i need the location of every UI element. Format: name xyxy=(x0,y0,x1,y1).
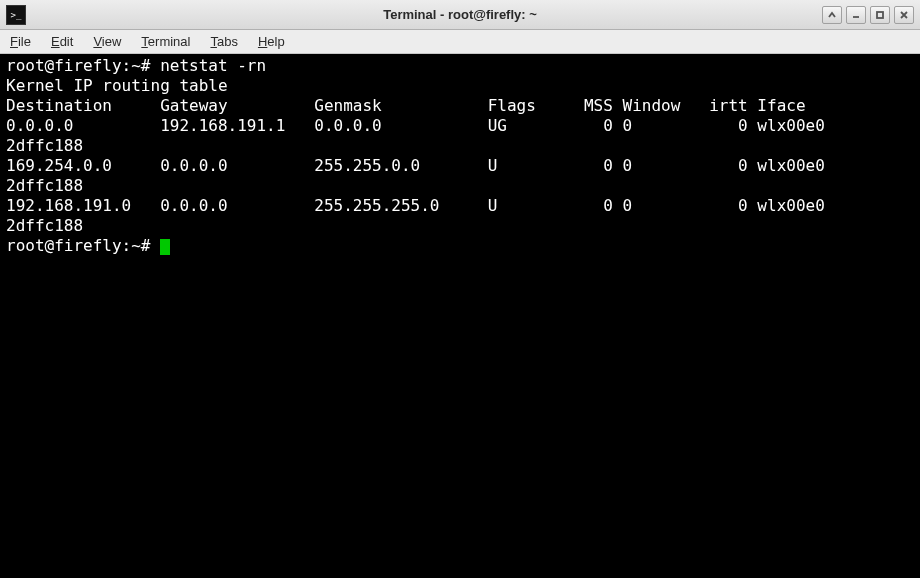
window-close-button[interactable] xyxy=(894,6,914,24)
minimize-icon xyxy=(851,10,861,20)
window-title: Terminal - root@firefly: ~ xyxy=(0,7,920,22)
menu-terminal[interactable]: Terminal xyxy=(141,34,190,49)
menu-tabs[interactable]: Tabs xyxy=(210,34,237,49)
window-minimize-button[interactable] xyxy=(846,6,866,24)
window-controls xyxy=(822,6,914,24)
terminal-output[interactable]: root@firefly:~# netstat -rn Kernel IP ro… xyxy=(0,54,920,578)
maximize-icon xyxy=(875,10,885,20)
menubar: File Edit View Terminal Tabs Help xyxy=(0,30,920,54)
window-maximize-button[interactable] xyxy=(870,6,890,24)
terminal-cursor xyxy=(160,239,170,255)
menu-edit[interactable]: Edit xyxy=(51,34,73,49)
terminal-icon: >_ xyxy=(6,5,26,25)
close-icon xyxy=(899,10,909,20)
window-up-button[interactable] xyxy=(822,6,842,24)
arrow-up-icon xyxy=(827,10,837,20)
menu-help[interactable]: Help xyxy=(258,34,285,49)
window-titlebar: >_ Terminal - root@firefly: ~ xyxy=(0,0,920,30)
svg-rect-0 xyxy=(877,12,883,18)
menu-view[interactable]: View xyxy=(93,34,121,49)
menu-file[interactable]: File xyxy=(10,34,31,49)
